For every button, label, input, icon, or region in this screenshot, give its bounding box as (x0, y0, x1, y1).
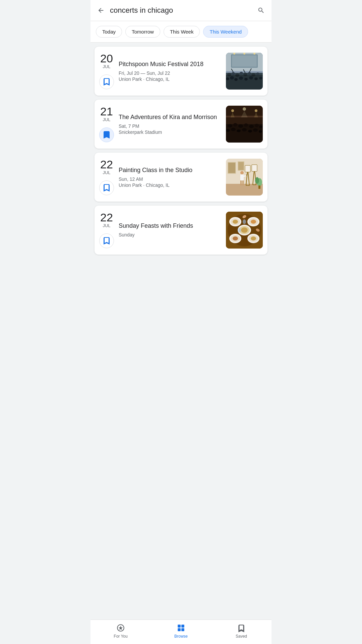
svg-rect-53 (228, 163, 235, 173)
svg-point-81 (251, 220, 256, 224)
event-date-col: 21 JUL (99, 106, 114, 143)
svg-point-9 (243, 73, 247, 76)
svg-point-38 (238, 124, 243, 128)
bookmark-filled-icon (104, 131, 110, 139)
event-list: 20 JUL Pitchspoon Music Festival 2018 Fr… (90, 43, 272, 281)
svg-point-10 (248, 72, 251, 75)
event-image (226, 212, 263, 249)
filter-bar: Today Tomorrow This Week This Weekend (90, 21, 272, 43)
feast-image-svg (226, 212, 263, 249)
svg-rect-59 (245, 165, 250, 172)
event-time: Fri, Jul 20 — Sun, Jul 22 (119, 70, 221, 76)
concert-image-svg (226, 53, 263, 90)
svg-point-94 (238, 228, 241, 232)
svg-point-84 (233, 236, 238, 240)
event-image (226, 106, 263, 143)
svg-point-78 (233, 220, 238, 224)
svg-rect-55 (238, 162, 244, 170)
bookmark-button[interactable] (99, 233, 114, 248)
event-month: JUL (103, 223, 110, 228)
chip-tomorrow[interactable]: Tomorrow (125, 26, 160, 38)
event-info: Pitchspoon Music Festival 2018 Fri, Jul … (119, 53, 221, 90)
svg-point-18 (249, 76, 253, 79)
event-location: Snickerpark Stadium (119, 129, 221, 135)
back-button[interactable] (97, 7, 105, 14)
back-icon (97, 7, 105, 14)
event-info: The Adventures of Kira and Morrison Sat,… (119, 106, 221, 143)
event-info: Painting Class in the Studio Sun, 12 AM … (119, 159, 221, 196)
event-day: 22 (100, 212, 113, 223)
svg-point-26 (253, 53, 255, 55)
bookmark-icon (104, 237, 110, 245)
svg-point-36 (228, 124, 232, 127)
event-image (226, 159, 263, 196)
chip-this-weekend[interactable]: This Weekend (203, 26, 248, 38)
svg-point-42 (259, 125, 262, 128)
event-day: 21 (100, 106, 113, 117)
svg-point-8 (240, 72, 243, 74)
search-icon (257, 7, 265, 14)
event-time: Sun, 12 AM (119, 176, 221, 182)
list-item[interactable]: 20 JUL Pitchspoon Music Festival 2018 Fr… (95, 47, 267, 96)
svg-point-93 (243, 219, 246, 224)
svg-point-29 (231, 109, 234, 112)
event-day: 22 (100, 159, 113, 170)
event-title: Sunday Feasts with Friends (119, 222, 221, 230)
svg-point-7 (235, 73, 239, 77)
bookmark-button[interactable] (99, 74, 114, 89)
bookmark-button[interactable] (99, 127, 114, 142)
svg-point-11 (251, 73, 255, 76)
svg-point-20 (259, 77, 262, 79)
chip-this-week[interactable]: This Week (164, 26, 200, 38)
chip-today[interactable]: Today (96, 26, 122, 38)
svg-point-39 (244, 123, 248, 127)
page-title: concerts in chicago (110, 6, 257, 15)
bookmark-icon (104, 184, 110, 192)
svg-point-16 (239, 76, 243, 80)
svg-point-13 (226, 77, 229, 80)
concert2-image-svg (226, 106, 263, 143)
svg-rect-65 (240, 174, 244, 180)
list-item[interactable]: 21 JUL The Adventures of Kira and Morris… (95, 100, 267, 149)
event-title: Pitchspoon Music Festival 2018 (119, 60, 221, 68)
svg-rect-51 (226, 184, 263, 196)
event-info: Sunday Feasts with Friends Sunday (119, 212, 221, 249)
event-location: Union Park · Chicago, IL (119, 182, 221, 188)
svg-point-17 (244, 78, 248, 80)
svg-point-49 (259, 130, 262, 133)
svg-point-12 (256, 72, 259, 75)
event-month: JUL (103, 170, 110, 175)
header: concerts in chicago (90, 0, 272, 21)
svg-rect-72 (258, 185, 260, 189)
event-time: Sat, 7 PM (119, 123, 221, 129)
svg-rect-3 (232, 55, 257, 67)
svg-point-24 (233, 53, 235, 55)
list-item[interactable]: 22 JUL Sunday Feasts with Friends Sunday (95, 206, 267, 255)
event-month: JUL (103, 117, 110, 122)
svg-point-43 (226, 129, 230, 132)
svg-point-25 (243, 53, 245, 55)
svg-point-14 (230, 76, 234, 79)
svg-rect-66 (240, 180, 242, 185)
event-time: Sunday (119, 232, 221, 237)
bookmark-button[interactable] (99, 180, 114, 195)
svg-point-46 (242, 128, 247, 131)
svg-point-87 (251, 236, 256, 240)
svg-point-45 (237, 129, 241, 132)
search-button[interactable] (257, 7, 265, 14)
painting-image-svg (226, 159, 263, 196)
svg-point-48 (253, 128, 258, 132)
svg-point-47 (248, 130, 252, 132)
svg-rect-4 (226, 73, 263, 90)
event-title: The Adventures of Kira and Morrison (119, 113, 221, 121)
event-date-col: 22 JUL (99, 159, 114, 196)
event-title: Painting Class in the Studio (119, 166, 221, 174)
list-item[interactable]: 22 JUL Painting Class in the Studio Sun,… (95, 153, 267, 202)
svg-point-37 (233, 123, 237, 126)
svg-point-40 (249, 125, 254, 128)
svg-point-30 (243, 107, 246, 111)
event-date-col: 22 JUL (99, 212, 114, 249)
svg-point-64 (240, 171, 244, 174)
event-date-col: 20 JUL (99, 53, 114, 90)
svg-point-71 (255, 177, 259, 184)
